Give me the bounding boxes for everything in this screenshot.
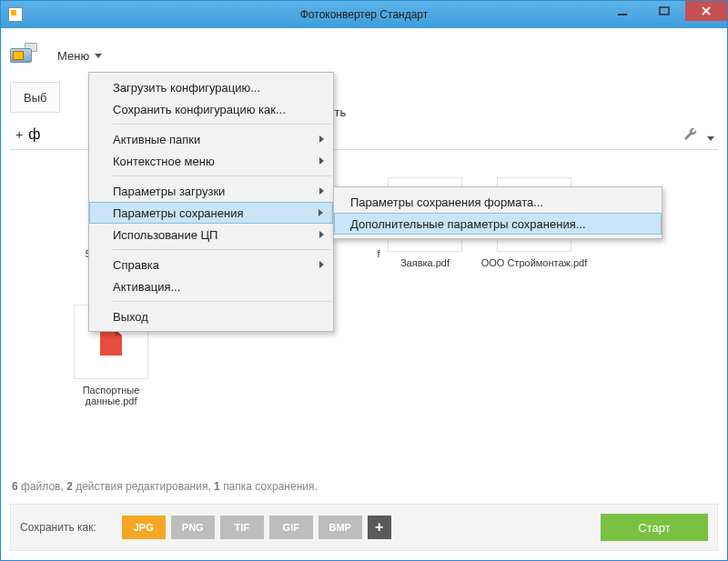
format-jpg[interactable]: JPG — [122, 516, 166, 539]
bottom-bar: Сохранить как: JPG PNG TIF GIF BMP + Ста… — [10, 504, 718, 551]
maximize-button[interactable] — [643, 1, 685, 21]
status-files-count: 6 — [12, 480, 18, 493]
file-name: Паспортные данные.pdf — [61, 385, 161, 406]
menu-item-save-config-as[interactable]: Сохранить конфигурацию как... — [89, 98, 333, 120]
menu-item-label: Параметры загрузки — [113, 185, 225, 198]
chevron-right-icon — [319, 135, 324, 143]
chevron-right-icon — [318, 209, 323, 216]
chevron-right-icon — [319, 157, 324, 165]
menu-item-load-config[interactable]: Загрузить конфигурацию... — [89, 76, 333, 98]
status-actions-word: действия редактирования, — [76, 480, 211, 493]
titlebar: Фотоконвертер Стандарт — [1, 1, 727, 28]
menu-item-activation[interactable]: Активация... — [89, 275, 333, 297]
window-controls — [602, 1, 727, 28]
settings-wrench-icon[interactable] — [682, 125, 714, 146]
submenu-item-format-save-params[interactable]: Параметры сохранения формата... — [334, 191, 662, 213]
printer-icon — [10, 43, 39, 68]
menu-item-exit[interactable]: Выход — [89, 306, 333, 327]
minimize-button[interactable] — [602, 1, 643, 21]
menu-label: Меню — [57, 49, 89, 63]
status-folders-count: 1 — [214, 480, 220, 493]
save-as-label: Сохранить как: — [20, 521, 96, 534]
menu-item-save-params[interactable]: Параметры сохранения — [89, 202, 333, 224]
submenu-item-additional-save-params[interactable]: Дополнительные параметры сохранения... — [334, 213, 662, 235]
menu-item-label: Активные папки — [113, 133, 200, 146]
chevron-right-icon — [319, 261, 324, 268]
format-add[interactable]: + — [368, 516, 391, 539]
format-png[interactable]: PNG — [171, 516, 215, 539]
top-strip: Меню — [10, 37, 718, 74]
tab-select[interactable]: Выб — [10, 82, 60, 113]
chevron-right-icon — [319, 187, 324, 195]
start-button[interactable]: Старт — [601, 514, 708, 541]
chevron-right-icon — [319, 231, 324, 238]
svg-rect-1 — [660, 7, 669, 15]
menu-separator — [113, 175, 331, 176]
menu-item-context-menu[interactable]: Контекстное меню — [89, 150, 333, 172]
menu-item-label: Параметры сохранения — [113, 206, 244, 220]
save-params-submenu: Параметры сохранения формата... Дополнит… — [333, 186, 662, 239]
status-folders-word: папка сохранения. — [223, 480, 318, 493]
menu-item-cpu-usage[interactable]: Использование ЦП — [89, 224, 333, 245]
main-menu-dropdown: Загрузить конфигурацию... Сохранить конф… — [88, 72, 334, 332]
menu-item-label: Контекстное меню — [113, 155, 215, 168]
status-files-word: файлов, — [21, 480, 64, 493]
format-bmp[interactable]: BMP — [318, 516, 362, 539]
menu-separator — [113, 249, 331, 250]
menu-item-label: Справка — [113, 258, 159, 272]
pdf-icon — [100, 328, 122, 356]
format-tif[interactable]: TIF — [220, 516, 264, 539]
menu-item-label: Использование ЦП — [113, 228, 217, 242]
menu-item-help[interactable]: Справка — [89, 254, 333, 275]
plus-icon: + — [10, 127, 28, 142]
status-line: 6 файлов, 2 действия редактирования, 1 п… — [12, 480, 318, 493]
file-name: Заявка.pdf — [379, 257, 470, 268]
menu-item-active-folders[interactable]: Активные папки — [89, 128, 333, 150]
add-files-text-fragment: ф — [28, 126, 40, 143]
menu-separator — [113, 124, 331, 125]
close-button[interactable] — [685, 1, 727, 21]
file-name: ООО Строймонтаж.pdf — [480, 257, 589, 268]
chevron-down-icon — [95, 54, 102, 58]
format-gif[interactable]: GIF — [269, 516, 313, 539]
menu-button[interactable]: Меню — [48, 44, 111, 68]
menu-item-download-params[interactable]: Параметры загрузки — [89, 180, 333, 202]
status-actions-count: 2 — [66, 480, 73, 493]
menu-separator — [113, 301, 331, 302]
